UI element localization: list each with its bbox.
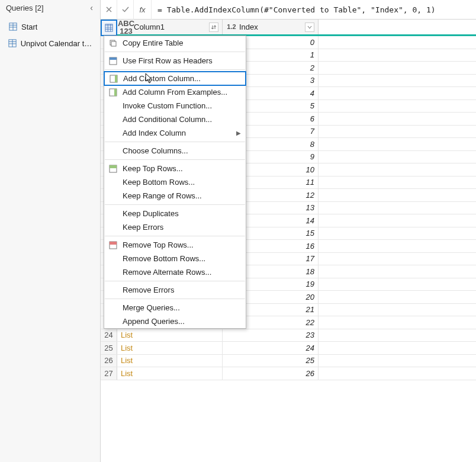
menu-item-choose-columns[interactable]: Choose Columns... xyxy=(104,144,246,158)
menu-item-label: Add Conditional Column... xyxy=(123,115,241,124)
table-row[interactable]: 26List25 xyxy=(101,355,476,368)
sort-icon[interactable] xyxy=(209,23,218,32)
blank-icon xyxy=(107,128,119,139)
svg-rect-23 xyxy=(114,89,117,96)
cell-column1[interactable]: List xyxy=(117,329,223,342)
blank-icon xyxy=(107,285,119,296)
menu-item-keep-bottom-rows[interactable]: Keep Bottom Rows... xyxy=(104,175,246,189)
column-header-index[interactable]: 1.2 Index xyxy=(223,20,319,34)
row-number: 24 xyxy=(101,329,117,342)
menu-item-label: Merge Queries... xyxy=(123,303,241,312)
menu-item-append-queries[interactable]: Append Queries... xyxy=(104,315,246,328)
row-number: 25 xyxy=(101,342,117,354)
query-item-start[interactable]: Start xyxy=(0,18,100,35)
blank-icon xyxy=(107,254,119,264)
keep-top-icon xyxy=(107,163,119,174)
sidebar-collapse-icon[interactable]: ‹ xyxy=(89,3,94,12)
formula-input[interactable]: = Table.AddIndexColumn(#"Converted to Ta… xyxy=(152,0,476,20)
query-item-unpivot[interactable]: Unpivot Calendar to T... xyxy=(0,35,100,52)
cell-column1[interactable]: List xyxy=(117,355,223,367)
menu-item-label: Add Column From Examples... xyxy=(123,88,241,97)
query-list: Start Unpivot Calendar to T... xyxy=(0,15,100,54)
menu-item-remove-bottom-rows[interactable]: Remove Bottom Rows... xyxy=(104,252,246,265)
menu-item-label: Add Index Column xyxy=(123,129,236,137)
svg-rect-11 xyxy=(105,24,112,27)
row-number: 27 xyxy=(101,367,117,380)
menu-item-label: Keep Range of Rows... xyxy=(123,191,241,200)
cell-index: 25 xyxy=(223,355,319,367)
submenu-arrow-icon: ▶ xyxy=(236,130,241,136)
menu-item-merge-queries[interactable]: Merge Queries... xyxy=(104,301,246,315)
column-header-column1[interactable]: ABC123 Column1 xyxy=(117,20,223,34)
menu-item-keep-duplicates[interactable]: Keep Duplicates xyxy=(104,207,246,220)
menu-item-label: Keep Bottom Rows... xyxy=(123,178,241,187)
blank-icon xyxy=(107,303,119,313)
menu-item-remove-alternate-rows[interactable]: Remove Alternate Rows... xyxy=(104,265,246,279)
grid-header: ABC123 Column1 1.2 Index xyxy=(101,20,476,36)
cell-index: 23 xyxy=(223,329,319,342)
menu-item-label: Copy Entire Table xyxy=(123,38,241,47)
table-context-menu: Copy Entire TableUse First Row as Header… xyxy=(104,36,246,329)
table-row[interactable]: 25List24 xyxy=(101,342,476,355)
svg-rect-21 xyxy=(115,75,117,82)
menu-item-keep-errors[interactable]: Keep Errors xyxy=(104,220,246,234)
table-icon xyxy=(8,22,18,31)
accept-formula-button[interactable] xyxy=(117,0,134,20)
menu-item-add-custom-column[interactable]: Add Custom Column... xyxy=(104,71,246,86)
sidebar-title: Queries [2] xyxy=(6,4,44,12)
query-label: Start xyxy=(21,23,37,31)
menu-item-keep-top-rows[interactable]: Keep Top Rows... xyxy=(104,162,246,175)
blank-icon xyxy=(107,191,119,201)
menu-item-label: Append Queries... xyxy=(123,317,241,326)
cell-column1[interactable]: List xyxy=(117,367,223,380)
blank-icon xyxy=(107,101,119,111)
queries-sidebar: Queries [2] ‹ Start Unpivot Calendar to … xyxy=(0,0,101,462)
menu-item-label: Add Custom Column... xyxy=(123,74,237,83)
menu-item-label: Use First Row as Headers xyxy=(123,56,241,65)
svg-rect-19 xyxy=(110,57,117,60)
filter-dropdown-icon[interactable] xyxy=(305,23,314,32)
menu-item-remove-errors[interactable]: Remove Errors xyxy=(104,283,246,297)
fx-icon: fx xyxy=(134,0,152,20)
menu-item-remove-top-rows[interactable]: Remove Top Rows... xyxy=(104,238,246,252)
menu-item-invoke-custom-function[interactable]: Invoke Custom Function... xyxy=(104,99,246,113)
blank-icon xyxy=(107,316,119,327)
menu-item-label: Remove Errors xyxy=(123,285,241,294)
headers-icon xyxy=(107,56,119,66)
blank-icon xyxy=(107,146,119,156)
menu-item-copy-entire-table[interactable]: Copy Entire Table xyxy=(104,36,246,50)
datatype-any-icon: ABC123 xyxy=(121,20,131,35)
formula-bar: fx = Table.AddIndexColumn(#"Converted to… xyxy=(101,0,476,20)
column-name: Index xyxy=(239,23,305,31)
blank-icon xyxy=(107,222,119,233)
blank-icon xyxy=(107,267,119,278)
menu-item-label: Remove Bottom Rows... xyxy=(123,254,241,263)
menu-item-keep-range-of-rows[interactable]: Keep Range of Rows... xyxy=(104,189,246,203)
menu-item-use-first-row-as-headers[interactable]: Use First Row as Headers xyxy=(104,54,246,68)
menu-item-add-column-from-examples[interactable]: Add Column From Examples... xyxy=(104,85,246,99)
menu-item-label: Keep Errors xyxy=(123,223,241,232)
copy-icon xyxy=(107,38,119,49)
blank-icon xyxy=(107,114,119,125)
cell-column1[interactable]: List xyxy=(117,342,223,354)
svg-rect-25 xyxy=(110,165,117,168)
menu-item-add-conditional-column[interactable]: Add Conditional Column... xyxy=(104,113,246,126)
add-col-ex-icon xyxy=(107,87,119,98)
table-icon xyxy=(8,38,17,48)
table-row[interactable]: 24List23 xyxy=(101,329,476,342)
table-row[interactable]: 27List26 xyxy=(101,367,476,380)
svg-rect-17 xyxy=(111,41,116,46)
menu-item-add-index-column[interactable]: Add Index Column▶ xyxy=(104,126,246,140)
datatype-decimal-icon: 1.2 xyxy=(226,24,237,30)
add-col-icon xyxy=(108,73,120,84)
cancel-formula-button[interactable] xyxy=(101,0,117,20)
remove-top-icon xyxy=(107,240,119,251)
cell-index: 24 xyxy=(223,342,319,354)
menu-item-label: Keep Duplicates xyxy=(123,209,241,218)
table-menu-button[interactable] xyxy=(101,20,117,36)
svg-rect-27 xyxy=(110,242,117,245)
menu-item-label: Choose Columns... xyxy=(123,146,241,155)
menu-item-label: Invoke Custom Function... xyxy=(123,101,241,110)
cell-index: 26 xyxy=(223,367,319,380)
blank-icon xyxy=(107,208,119,219)
